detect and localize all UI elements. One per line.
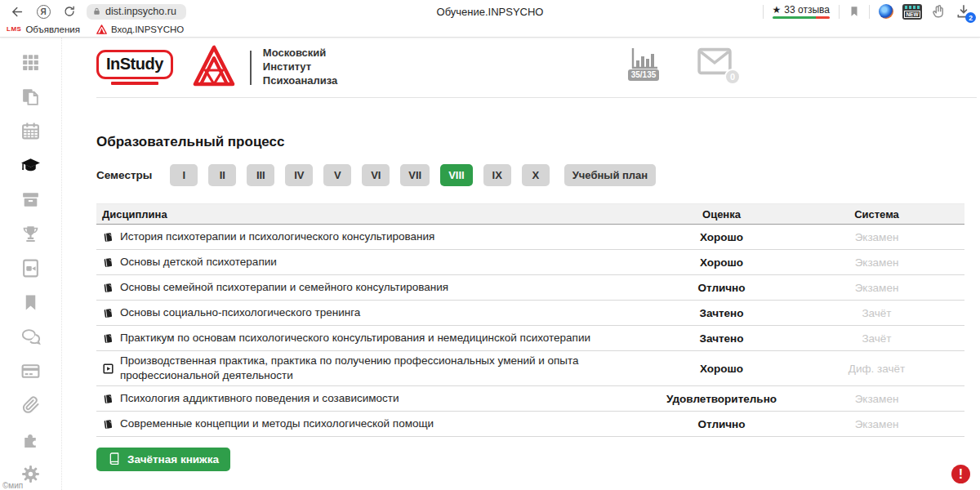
documents-icon[interactable] xyxy=(20,86,42,107)
divider xyxy=(763,5,764,19)
discipline-cell: Практикум по основам психологического ко… xyxy=(96,331,654,345)
grade-cell: Хорошо xyxy=(654,256,789,269)
stats-badge: 35/135 xyxy=(628,69,660,81)
curriculum-plan-button[interactable]: Учебный план xyxy=(564,164,656,186)
grade-cell: Зачтено xyxy=(654,307,789,319)
book-icon xyxy=(102,231,114,243)
extension-new-icon[interactable]: NEW xyxy=(902,4,922,20)
video-file-icon[interactable] xyxy=(20,257,42,278)
discipline-cell: История психотерапии и психологического … xyxy=(96,229,654,244)
instudy-logo[interactable]: InStudy xyxy=(96,50,173,85)
table-row[interactable]: История психотерапии и психологического … xyxy=(96,225,964,250)
semester-button-ix[interactable]: IX xyxy=(483,164,511,186)
copyright-label: ©мип xyxy=(2,481,23,490)
discipline-cell: Основы детской психотерапии xyxy=(96,255,654,270)
play-icon xyxy=(102,363,114,375)
reviews-widget[interactable]: ★ 33 отзыва xyxy=(773,4,830,19)
table-header: Дисциплина Оценка Система xyxy=(96,204,964,225)
bookmark-flag-icon[interactable] xyxy=(849,5,860,18)
bar-chart-icon xyxy=(627,47,660,71)
trophy-icon[interactable] xyxy=(20,223,42,244)
grade-cell: Зачтено xyxy=(654,332,789,345)
book-icon xyxy=(102,307,114,319)
alert-notification-icon[interactable]: ! xyxy=(951,465,970,483)
url-text: dist.inpsycho.ru xyxy=(105,6,176,17)
browser-chrome: Я dist.inpsycho.ru Обучение.INPSYCHO ★ 3… xyxy=(0,0,980,38)
refresh-button[interactable] xyxy=(60,2,78,20)
column-system: Система xyxy=(789,208,964,220)
semester-button-x[interactable]: X xyxy=(522,164,550,186)
app-window: ©мип InStudy Московский Институт Психоан… xyxy=(0,38,980,490)
table-row[interactable]: Психология аддиктивного поведения и соза… xyxy=(96,386,964,412)
semester-button-vii[interactable]: VII xyxy=(400,164,430,186)
payment-card-icon[interactable] xyxy=(20,360,42,381)
divider xyxy=(869,5,870,19)
system-cell: Экзамен xyxy=(789,282,964,294)
chat-icon[interactable] xyxy=(20,326,42,347)
discipline-cell: Психология аддиктивного поведения и соза… xyxy=(96,391,654,406)
divider xyxy=(839,5,840,19)
gradebook-button[interactable]: Зачётная книжка xyxy=(96,448,230,471)
back-button[interactable] xyxy=(8,2,26,20)
site-header: InStudy Московский Институт Психоанализа… xyxy=(96,38,977,98)
book-icon xyxy=(102,393,114,405)
institute-name: Московский Институт Психоанализа xyxy=(263,47,338,88)
reviews-rating-bar xyxy=(773,16,830,19)
page-title: Образовательный процесс xyxy=(96,134,980,150)
messages-button[interactable]: 0 xyxy=(696,47,733,79)
bookmarks-bar: LMS Объявления Вход.INPSYCHO xyxy=(0,23,980,37)
puzzle-icon[interactable] xyxy=(20,429,42,450)
system-cell: Диф. зачёт xyxy=(789,363,964,375)
bookmark-entry[interactable]: Вход.INPSYCHO xyxy=(96,24,184,34)
paperclip-icon[interactable] xyxy=(20,394,42,416)
logo-divider xyxy=(250,51,252,85)
mip-triangle-logo[interactable] xyxy=(191,45,237,91)
dashboard-grid-icon[interactable] xyxy=(20,51,42,73)
system-cell: Зачёт xyxy=(789,332,964,345)
progress-stats[interactable]: 35/135 xyxy=(627,47,660,81)
toolbar-extensions: ★ 33 отзыва NEW 2 xyxy=(763,3,972,20)
grade-cell: Отлично xyxy=(654,418,789,430)
extension-browser-icon[interactable] xyxy=(879,4,893,19)
calendar-icon[interactable] xyxy=(20,120,42,141)
table-row[interactable]: Основы семейной психотерапии и семейного… xyxy=(96,275,964,301)
discipline-cell: Основы семейной психотерапии и семейного… xyxy=(96,280,654,295)
system-cell: Экзамен xyxy=(789,393,964,405)
bookmark-icon[interactable] xyxy=(20,292,42,313)
semester-button-iii[interactable]: III xyxy=(247,164,274,186)
semester-button-i[interactable]: I xyxy=(170,164,198,186)
downloads-icon[interactable]: 2 xyxy=(956,3,972,20)
semester-button-viii[interactable]: VIII xyxy=(440,164,473,186)
glove-extension-icon[interactable] xyxy=(931,4,947,20)
table-row[interactable]: Основы социально-психологического тренин… xyxy=(96,301,964,326)
gradebook-book-icon xyxy=(108,452,121,466)
browser-profile-icon[interactable]: Я xyxy=(34,2,52,20)
reviews-count: 33 отзыва xyxy=(784,4,830,16)
main-content: InStudy Московский Институт Психоанализа… xyxy=(62,38,980,490)
graduation-cap-icon[interactable] xyxy=(20,154,42,176)
semester-button-ii[interactable]: II xyxy=(208,164,236,186)
semester-button-iv[interactable]: IV xyxy=(285,164,313,186)
archive-icon[interactable] xyxy=(20,189,42,210)
table-row[interactable]: Производственная практика, практика по п… xyxy=(96,351,964,386)
lms-favicon: LMS xyxy=(7,25,21,33)
instudy-logo-text: InStudy xyxy=(96,50,173,79)
marquee-dots xyxy=(905,6,920,9)
address-bar[interactable]: dist.inpsycho.ru xyxy=(87,4,186,20)
bookmark-label: Объявления xyxy=(25,24,80,34)
bookmark-lms[interactable]: LMS Объявления xyxy=(7,24,80,34)
discipline-cell: Современные концепции и методы психологи… xyxy=(96,416,654,431)
semester-button-v[interactable]: V xyxy=(323,164,351,186)
downloads-badge: 2 xyxy=(965,12,976,23)
semester-button-vi[interactable]: VI xyxy=(362,164,390,186)
table-row[interactable]: Практикум по основам психологического ко… xyxy=(96,326,964,351)
book-icon xyxy=(102,332,114,345)
table-row[interactable]: Современные концепции и методы психологи… xyxy=(96,412,964,437)
semester-selector: Семестры IIIIIIIVVVIVIIVIIIIXX Учебный п… xyxy=(96,164,980,186)
browser-toolbar: Я dist.inpsycho.ru Обучение.INPSYCHO ★ 3… xyxy=(0,0,980,23)
grade-cell: Хорошо xyxy=(654,231,789,243)
system-cell: Экзамен xyxy=(789,231,964,243)
bookmark-label: Вход.INPSYCHO xyxy=(111,24,184,34)
semesters-label: Семестры xyxy=(96,169,152,181)
table-row[interactable]: Основы детской психотерапииХорошоЭкзамен xyxy=(96,250,964,275)
